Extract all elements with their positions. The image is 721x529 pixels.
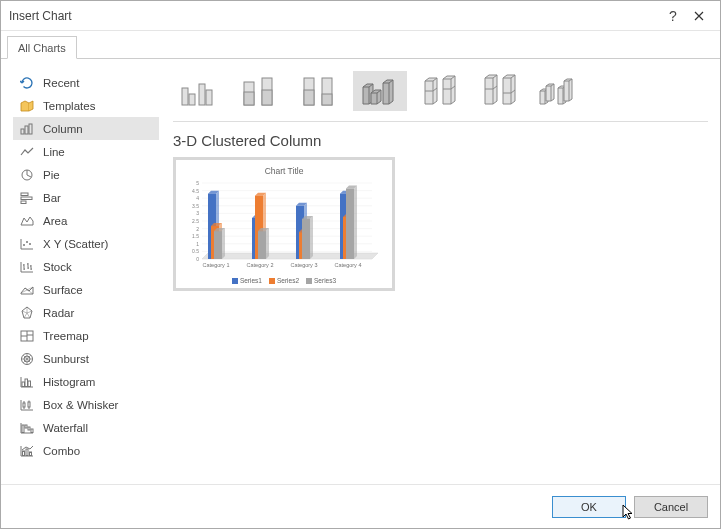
svg-text:0.5: 0.5 xyxy=(192,248,199,254)
templates-icon xyxy=(19,98,35,114)
sidebar-item-sunburst[interactable]: Sunburst xyxy=(13,347,159,370)
sidebar-item-label: Treemap xyxy=(43,330,89,342)
sidebar-item-combo[interactable]: Combo xyxy=(13,439,159,462)
sidebar-item-box-whisker[interactable]: Box & Whisker xyxy=(13,393,159,416)
subtype-3d-100-stacked-column[interactable] xyxy=(473,71,527,111)
combo-chart-icon xyxy=(19,443,35,459)
sidebar-item-stock[interactable]: Stock xyxy=(13,255,159,278)
svg-rect-24 xyxy=(30,452,32,456)
svg-text:2: 2 xyxy=(196,226,199,232)
svg-point-9 xyxy=(29,243,31,245)
content-area: 3-D Clustered Column Chart Title 00.511.… xyxy=(173,67,708,476)
svg-rect-28 xyxy=(206,90,212,105)
svg-rect-18 xyxy=(22,425,24,433)
dialog-title: Insert Chart xyxy=(9,9,660,23)
svg-rect-69 xyxy=(302,219,310,259)
svg-rect-23 xyxy=(26,449,28,456)
svg-text:2.5: 2.5 xyxy=(192,218,199,224)
svg-rect-19 xyxy=(25,425,27,428)
sidebar-item-templates[interactable]: Templates xyxy=(13,94,159,117)
sidebar-item-label: Bar xyxy=(43,192,61,204)
sidebar-item-column[interactable]: Column xyxy=(13,117,159,140)
line-chart-icon xyxy=(19,144,35,160)
svg-rect-27 xyxy=(199,84,205,105)
sidebar-item-label: X Y (Scatter) xyxy=(43,238,108,250)
sidebar-item-pie[interactable]: Pie xyxy=(13,163,159,186)
svg-point-7 xyxy=(23,244,25,246)
box-whisker-chart-icon xyxy=(19,397,35,413)
sidebar-item-waterfall[interactable]: Waterfall xyxy=(13,416,159,439)
svg-text:Category 2: Category 2 xyxy=(247,262,274,268)
bar-chart-icon xyxy=(19,190,35,206)
chart-type-title: 3-D Clustered Column xyxy=(173,122,708,157)
sidebar-item-area[interactable]: Area xyxy=(13,209,159,232)
subtype-100-stacked-column[interactable] xyxy=(293,71,347,111)
svg-rect-0 xyxy=(21,129,24,134)
stock-chart-icon xyxy=(19,259,35,275)
svg-rect-2 xyxy=(29,124,32,134)
chart-preview[interactable]: Chart Title 00.511.522.533.544.55Categor… xyxy=(173,157,395,291)
sidebar-item-surface[interactable]: Surface xyxy=(13,278,159,301)
sidebar-item-bar[interactable]: Bar xyxy=(13,186,159,209)
svg-rect-16 xyxy=(23,403,25,407)
sunburst-chart-icon xyxy=(19,351,35,367)
cancel-button[interactable]: Cancel xyxy=(634,496,708,518)
svg-rect-17 xyxy=(28,402,30,407)
svg-rect-4 xyxy=(21,193,28,196)
close-button[interactable] xyxy=(686,4,712,28)
svg-rect-13 xyxy=(22,382,25,387)
svg-rect-32 xyxy=(262,90,272,105)
svg-rect-73 xyxy=(346,189,354,259)
sidebar-item-treemap[interactable]: Treemap xyxy=(13,324,159,347)
svg-rect-1 xyxy=(25,126,28,134)
sidebar-item-label: Pie xyxy=(43,169,60,181)
sidebar-item-label: Surface xyxy=(43,284,83,296)
help-button[interactable]: ? xyxy=(660,4,686,28)
svg-rect-22 xyxy=(23,451,25,456)
pie-chart-icon xyxy=(19,167,35,183)
svg-rect-25 xyxy=(182,88,188,105)
subtype-stacked-column[interactable] xyxy=(233,71,287,111)
svg-rect-34 xyxy=(304,90,314,105)
sidebar-item-label: Histogram xyxy=(43,376,95,388)
sidebar-item-radar[interactable]: Radar xyxy=(13,301,159,324)
sidebar-item-label: Combo xyxy=(43,445,80,457)
svg-text:1.5: 1.5 xyxy=(192,233,199,239)
subtype-clustered-column[interactable] xyxy=(173,71,227,111)
svg-rect-26 xyxy=(189,94,195,105)
svg-text:5: 5 xyxy=(196,180,199,186)
subtype-3d-clustered-column[interactable] xyxy=(353,71,407,111)
chart-preview-legend: Series1Series2Series3 xyxy=(232,274,336,284)
titlebar: Insert Chart ? xyxy=(1,1,720,31)
svg-text:3: 3 xyxy=(196,210,199,216)
svg-rect-14 xyxy=(25,379,28,387)
svg-text:0: 0 xyxy=(196,256,199,262)
sidebar-item-label: Waterfall xyxy=(43,422,88,434)
main-area: Recent Templates Column Line Pie Bar Are… xyxy=(1,59,720,484)
sidebar-item-label: Recent xyxy=(43,77,79,89)
sidebar-item-recent[interactable]: Recent xyxy=(13,71,159,94)
tabs-row: All Charts xyxy=(1,31,720,59)
subtype-3d-column[interactable] xyxy=(533,71,587,111)
sidebar-item-line[interactable]: Line xyxy=(13,140,159,163)
sidebar-item-label: Templates xyxy=(43,100,95,112)
histogram-chart-icon xyxy=(19,374,35,390)
sidebar-item-label: Column xyxy=(43,123,83,135)
svg-text:Category 3: Category 3 xyxy=(291,262,318,268)
svg-rect-15 xyxy=(28,381,31,387)
sidebar-item-scatter[interactable]: X Y (Scatter) xyxy=(13,232,159,255)
column-chart-icon xyxy=(19,121,35,137)
svg-rect-21 xyxy=(31,429,33,433)
ok-button[interactable]: OK xyxy=(552,496,626,518)
sidebar-item-histogram[interactable]: Histogram xyxy=(13,370,159,393)
scatter-chart-icon xyxy=(19,236,35,252)
svg-rect-65 xyxy=(258,231,266,259)
svg-rect-6 xyxy=(21,201,26,204)
tab-all-charts[interactable]: All Charts xyxy=(7,36,77,59)
subtype-3d-stacked-column[interactable] xyxy=(413,71,467,111)
sidebar-item-label: Box & Whisker xyxy=(43,399,118,411)
svg-rect-36 xyxy=(322,94,332,105)
waterfall-chart-icon xyxy=(19,420,35,436)
treemap-chart-icon xyxy=(19,328,35,344)
svg-rect-20 xyxy=(28,427,30,430)
